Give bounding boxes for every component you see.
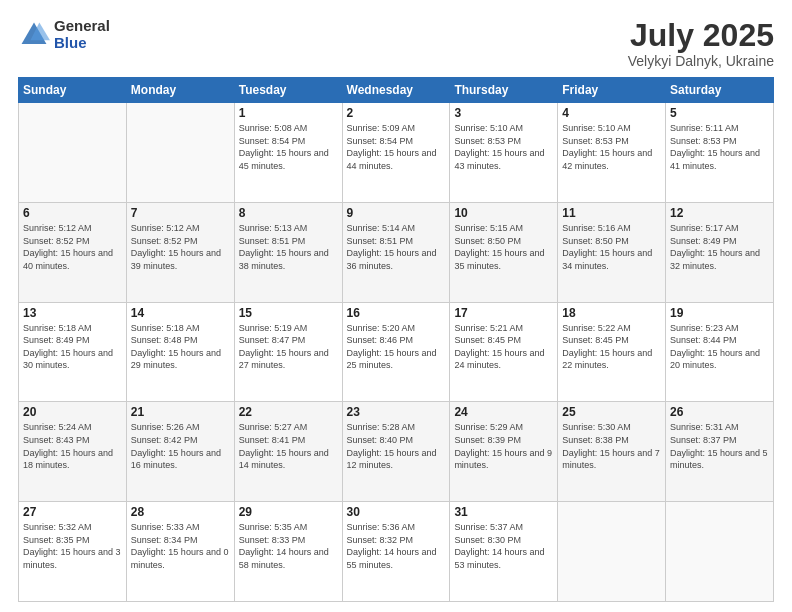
- day-info: Sunrise: 5:24 AMSunset: 8:43 PMDaylight:…: [23, 421, 122, 471]
- header-wednesday: Wednesday: [342, 78, 450, 103]
- day-info: Sunrise: 5:28 AMSunset: 8:40 PMDaylight:…: [347, 421, 446, 471]
- day-info: Sunrise: 5:22 AMSunset: 8:45 PMDaylight:…: [562, 322, 661, 372]
- day-number: 2: [347, 106, 446, 120]
- day-number: 9: [347, 206, 446, 220]
- title-location: Velykyi Dalnyk, Ukraine: [628, 53, 774, 69]
- table-row: 2Sunrise: 5:09 AMSunset: 8:54 PMDaylight…: [342, 103, 450, 203]
- day-number: 31: [454, 505, 553, 519]
- table-row: [558, 502, 666, 602]
- table-row: 11Sunrise: 5:16 AMSunset: 8:50 PMDayligh…: [558, 202, 666, 302]
- day-number: 15: [239, 306, 338, 320]
- table-row: 4Sunrise: 5:10 AMSunset: 8:53 PMDaylight…: [558, 103, 666, 203]
- day-info: Sunrise: 5:35 AMSunset: 8:33 PMDaylight:…: [239, 521, 338, 571]
- day-number: 22: [239, 405, 338, 419]
- table-row: 9Sunrise: 5:14 AMSunset: 8:51 PMDaylight…: [342, 202, 450, 302]
- table-row: 24Sunrise: 5:29 AMSunset: 8:39 PMDayligh…: [450, 402, 558, 502]
- table-row: 19Sunrise: 5:23 AMSunset: 8:44 PMDayligh…: [666, 302, 774, 402]
- day-info: Sunrise: 5:12 AMSunset: 8:52 PMDaylight:…: [23, 222, 122, 272]
- calendar-table: Sunday Monday Tuesday Wednesday Thursday…: [18, 77, 774, 602]
- day-info: Sunrise: 5:13 AMSunset: 8:51 PMDaylight:…: [239, 222, 338, 272]
- table-row: [126, 103, 234, 203]
- table-row: 22Sunrise: 5:27 AMSunset: 8:41 PMDayligh…: [234, 402, 342, 502]
- day-info: Sunrise: 5:36 AMSunset: 8:32 PMDaylight:…: [347, 521, 446, 571]
- day-info: Sunrise: 5:17 AMSunset: 8:49 PMDaylight:…: [670, 222, 769, 272]
- day-number: 12: [670, 206, 769, 220]
- day-info: Sunrise: 5:29 AMSunset: 8:39 PMDaylight:…: [454, 421, 553, 471]
- header-monday: Monday: [126, 78, 234, 103]
- header-sunday: Sunday: [19, 78, 127, 103]
- calendar-week-row: 20Sunrise: 5:24 AMSunset: 8:43 PMDayligh…: [19, 402, 774, 502]
- table-row: 31Sunrise: 5:37 AMSunset: 8:30 PMDayligh…: [450, 502, 558, 602]
- day-number: 16: [347, 306, 446, 320]
- day-number: 25: [562, 405, 661, 419]
- day-number: 17: [454, 306, 553, 320]
- logo-icon: [18, 19, 50, 51]
- day-info: Sunrise: 5:14 AMSunset: 8:51 PMDaylight:…: [347, 222, 446, 272]
- table-row: 18Sunrise: 5:22 AMSunset: 8:45 PMDayligh…: [558, 302, 666, 402]
- table-row: 25Sunrise: 5:30 AMSunset: 8:38 PMDayligh…: [558, 402, 666, 502]
- day-number: 18: [562, 306, 661, 320]
- day-info: Sunrise: 5:27 AMSunset: 8:41 PMDaylight:…: [239, 421, 338, 471]
- table-row: 10Sunrise: 5:15 AMSunset: 8:50 PMDayligh…: [450, 202, 558, 302]
- table-row: 23Sunrise: 5:28 AMSunset: 8:40 PMDayligh…: [342, 402, 450, 502]
- header-saturday: Saturday: [666, 78, 774, 103]
- table-row: 26Sunrise: 5:31 AMSunset: 8:37 PMDayligh…: [666, 402, 774, 502]
- table-row: 1Sunrise: 5:08 AMSunset: 8:54 PMDaylight…: [234, 103, 342, 203]
- table-row: 5Sunrise: 5:11 AMSunset: 8:53 PMDaylight…: [666, 103, 774, 203]
- table-row: 27Sunrise: 5:32 AMSunset: 8:35 PMDayligh…: [19, 502, 127, 602]
- table-row: 14Sunrise: 5:18 AMSunset: 8:48 PMDayligh…: [126, 302, 234, 402]
- logo-general-text: General: [54, 18, 110, 35]
- header-friday: Friday: [558, 78, 666, 103]
- table-row: 21Sunrise: 5:26 AMSunset: 8:42 PMDayligh…: [126, 402, 234, 502]
- calendar-week-row: 13Sunrise: 5:18 AMSunset: 8:49 PMDayligh…: [19, 302, 774, 402]
- day-number: 3: [454, 106, 553, 120]
- day-number: 23: [347, 405, 446, 419]
- day-info: Sunrise: 5:37 AMSunset: 8:30 PMDaylight:…: [454, 521, 553, 571]
- day-info: Sunrise: 5:31 AMSunset: 8:37 PMDaylight:…: [670, 421, 769, 471]
- day-number: 7: [131, 206, 230, 220]
- table-row: 15Sunrise: 5:19 AMSunset: 8:47 PMDayligh…: [234, 302, 342, 402]
- day-info: Sunrise: 5:23 AMSunset: 8:44 PMDaylight:…: [670, 322, 769, 372]
- day-info: Sunrise: 5:32 AMSunset: 8:35 PMDaylight:…: [23, 521, 122, 571]
- table-row: 13Sunrise: 5:18 AMSunset: 8:49 PMDayligh…: [19, 302, 127, 402]
- day-info: Sunrise: 5:21 AMSunset: 8:45 PMDaylight:…: [454, 322, 553, 372]
- day-number: 21: [131, 405, 230, 419]
- calendar-week-row: 1Sunrise: 5:08 AMSunset: 8:54 PMDaylight…: [19, 103, 774, 203]
- day-number: 27: [23, 505, 122, 519]
- day-number: 24: [454, 405, 553, 419]
- day-number: 13: [23, 306, 122, 320]
- calendar-week-row: 27Sunrise: 5:32 AMSunset: 8:35 PMDayligh…: [19, 502, 774, 602]
- day-number: 30: [347, 505, 446, 519]
- table-row: 6Sunrise: 5:12 AMSunset: 8:52 PMDaylight…: [19, 202, 127, 302]
- calendar-week-row: 6Sunrise: 5:12 AMSunset: 8:52 PMDaylight…: [19, 202, 774, 302]
- day-info: Sunrise: 5:18 AMSunset: 8:49 PMDaylight:…: [23, 322, 122, 372]
- title-block: July 2025 Velykyi Dalnyk, Ukraine: [628, 18, 774, 69]
- table-row: 17Sunrise: 5:21 AMSunset: 8:45 PMDayligh…: [450, 302, 558, 402]
- logo-text: General Blue: [54, 18, 110, 51]
- day-number: 20: [23, 405, 122, 419]
- day-info: Sunrise: 5:10 AMSunset: 8:53 PMDaylight:…: [454, 122, 553, 172]
- day-number: 4: [562, 106, 661, 120]
- logo-blue-text: Blue: [54, 35, 110, 52]
- day-number: 11: [562, 206, 661, 220]
- day-number: 5: [670, 106, 769, 120]
- table-row: 8Sunrise: 5:13 AMSunset: 8:51 PMDaylight…: [234, 202, 342, 302]
- day-number: 10: [454, 206, 553, 220]
- table-row: [19, 103, 127, 203]
- day-number: 1: [239, 106, 338, 120]
- day-info: Sunrise: 5:10 AMSunset: 8:53 PMDaylight:…: [562, 122, 661, 172]
- day-number: 19: [670, 306, 769, 320]
- day-info: Sunrise: 5:26 AMSunset: 8:42 PMDaylight:…: [131, 421, 230, 471]
- header: General Blue July 2025 Velykyi Dalnyk, U…: [18, 18, 774, 69]
- table-row: [666, 502, 774, 602]
- day-info: Sunrise: 5:11 AMSunset: 8:53 PMDaylight:…: [670, 122, 769, 172]
- day-info: Sunrise: 5:19 AMSunset: 8:47 PMDaylight:…: [239, 322, 338, 372]
- day-number: 28: [131, 505, 230, 519]
- day-info: Sunrise: 5:09 AMSunset: 8:54 PMDaylight:…: [347, 122, 446, 172]
- day-info: Sunrise: 5:12 AMSunset: 8:52 PMDaylight:…: [131, 222, 230, 272]
- table-row: 29Sunrise: 5:35 AMSunset: 8:33 PMDayligh…: [234, 502, 342, 602]
- page: General Blue July 2025 Velykyi Dalnyk, U…: [0, 0, 792, 612]
- title-month: July 2025: [628, 18, 774, 53]
- logo: General Blue: [18, 18, 110, 51]
- day-info: Sunrise: 5:16 AMSunset: 8:50 PMDaylight:…: [562, 222, 661, 272]
